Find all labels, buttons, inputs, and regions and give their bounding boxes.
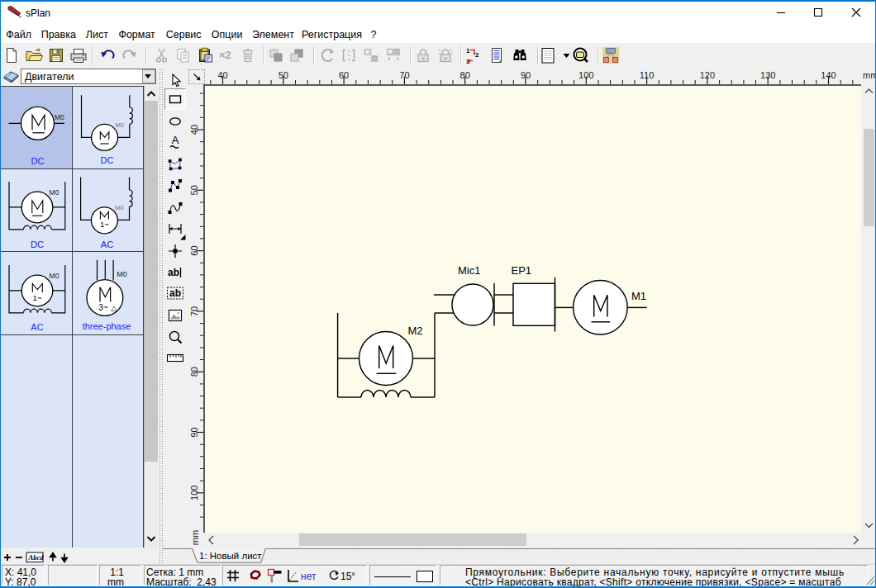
svg-text:3~: 3~ (98, 303, 108, 312)
svg-text:70: 70 (189, 306, 199, 316)
svg-text:110: 110 (640, 70, 655, 80)
svg-text:ab: ab (168, 267, 179, 278)
svg-text:90: 90 (521, 70, 531, 80)
svg-text:80: 80 (189, 367, 199, 377)
svg-text:1: 1 (466, 47, 470, 55)
svg-text:1~: 1~ (33, 293, 42, 302)
svg-text:AC: AC (31, 322, 43, 332)
svg-text:50: 50 (279, 70, 288, 80)
svg-text:100: 100 (189, 486, 199, 500)
svg-text:100: 100 (578, 70, 593, 80)
svg-text:50: 50 (189, 185, 199, 195)
svg-text:1~: 1~ (100, 220, 108, 229)
svg-text:M0: M0 (116, 121, 124, 129)
svg-text:140: 140 (821, 70, 836, 80)
svg-text:M0: M0 (55, 113, 64, 121)
svg-text:Mic1: Mic1 (458, 264, 480, 277)
svg-text:DC: DC (101, 155, 114, 165)
svg-text:M1: M1 (631, 290, 646, 302)
svg-text:60: 60 (339, 70, 349, 80)
svg-text:EP1: EP1 (512, 264, 532, 277)
svg-text:mm: mm (190, 530, 200, 545)
svg-text:120: 120 (700, 70, 715, 80)
svg-text:M2: M2 (408, 325, 423, 337)
svg-text:△: △ (112, 304, 117, 312)
svg-text:2: 2 (475, 51, 479, 59)
svg-text:60: 60 (189, 245, 199, 255)
svg-text:M0: M0 (50, 188, 60, 197)
svg-text:M0: M0 (50, 272, 60, 280)
svg-text:M0: M0 (115, 204, 123, 211)
svg-text:AC: AC (101, 239, 113, 249)
svg-text:40: 40 (217, 70, 227, 80)
svg-text:130: 130 (760, 70, 775, 80)
svg-text:Abcd: Abcd (28, 553, 45, 562)
svg-text:DC: DC (31, 239, 44, 249)
svg-text:40: 40 (189, 125, 199, 135)
svg-text:three-phase: three-phase (83, 321, 131, 331)
svg-text:DC: DC (31, 156, 45, 166)
svg-text:mm: mm (863, 70, 876, 80)
svg-text:90: 90 (189, 427, 199, 437)
svg-text:A: A (171, 134, 179, 146)
svg-text:80: 80 (460, 70, 470, 80)
svg-text:M0: M0 (117, 270, 127, 278)
svg-text:70: 70 (399, 70, 409, 80)
svg-text:ab: ab (169, 287, 181, 299)
